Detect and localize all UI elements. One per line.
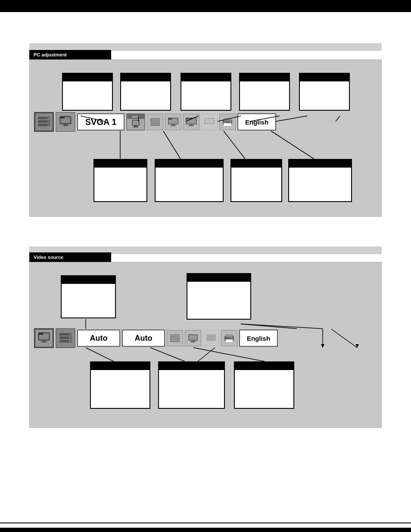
tooltip-1-9 [288,159,352,202]
tooltip-1-6 [93,159,147,202]
svg-rect-14 [133,127,138,128]
svg-line-46 [163,131,181,159]
svg-rect-23 [171,125,176,126]
svg-rect-9 [62,125,68,126]
svg-rect-71 [226,334,233,337]
svg-rect-27 [190,124,193,125]
bottom-bar [0,528,411,532]
svg-point-59 [69,341,71,342]
svg-rect-36 [224,121,226,123]
small-icon-2[interactable] [165,114,181,130]
tooltip-2-1 [61,275,116,318]
svg-line-77 [86,348,114,361]
svg-rect-63 [171,338,179,339]
small-icon-3[interactable] [183,114,199,130]
section2-label: Video source [29,252,111,262]
section1-label: PC adjustment [29,50,111,59]
svg-rect-61 [171,335,179,336]
small-icon-4-faded [201,114,218,130]
svga-label-box: SVGA 1 [77,113,125,131]
svg-line-78 [150,348,185,361]
svg-point-58 [69,337,71,339]
svg-line-48 [271,131,314,159]
small-icon-printer[interactable] [219,114,236,130]
svg-rect-28 [189,125,194,126]
svg-line-79 [193,348,265,361]
svg-rect-8 [64,124,67,125]
svg-rect-10 [60,117,65,118]
tooltip-1-4 [239,73,290,111]
svg-rect-67 [191,341,195,342]
svg-rect-68 [190,342,196,342]
svg-rect-35 [224,123,231,126]
svg-line-80 [198,348,215,361]
svg-rect-17 [151,120,159,121]
svg-rect-69 [206,334,216,341]
svg-rect-64 [171,340,179,341]
english-button-1[interactable]: English [237,113,276,131]
tooltip-1-1 [62,73,113,111]
tooltip-1-2 [120,73,171,111]
svg-point-4 [48,121,49,122]
svg-rect-53 [39,333,43,335]
server-icon-button[interactable] [34,112,54,132]
auto-badge-button[interactable]: Auto [126,113,145,131]
section2-small-icon-faded [203,330,219,346]
svg-line-47 [224,131,245,159]
section2-small-icon-1[interactable] [167,330,183,346]
svg-rect-24 [168,118,172,120]
svg-rect-22 [171,124,175,125]
svg-point-73 [231,337,233,339]
svg-rect-18 [151,122,159,123]
section1-toolbar: SVGA 1 Auto [34,111,377,133]
svg-rect-34 [224,118,231,121]
bottom-line [0,523,411,523]
small-icon-1[interactable] [147,114,163,130]
section2-monitor-icon[interactable] [34,328,54,348]
section2-server-icon[interactable] [56,328,75,348]
svg-point-57 [69,334,71,335]
svg-rect-52 [41,342,47,342]
tooltip-2-3 [90,361,150,409]
svg-rect-62 [171,336,179,338]
tooltip-2-5 [234,361,294,409]
section2-toolbar: Auto Auto [34,327,377,349]
section2-auto1-box: Auto [77,330,120,347]
svg-rect-30 [190,118,192,119]
english-button-2[interactable]: English [239,330,278,347]
svg-rect-72 [226,339,233,342]
section2-auto2-box: Auto [122,330,165,347]
section1-diagram: SVGA 1 Auto [29,59,382,217]
svg-rect-13 [134,126,137,127]
top-bar [0,0,411,12]
tooltip-1-3 [181,73,231,111]
svg-point-37 [230,121,231,123]
section2-diagram: Auto Auto [29,262,382,428]
tooltip-1-5 [299,73,350,111]
tooltip-1-8 [230,159,282,202]
svg-point-3 [48,118,49,119]
svg-rect-12 [133,121,139,125]
svg-rect-66 [189,335,197,340]
svg-rect-32 [205,119,214,123]
tooltip-2-2 [187,273,251,320]
monitor-icon-button[interactable] [56,112,75,132]
svg-rect-29 [186,118,189,119]
tooltip-1-7 [155,159,224,202]
svg-point-5 [48,124,49,126]
section2-printer-icon[interactable] [221,330,237,346]
tooltip-2-4 [158,361,225,409]
section2-small-icon-2[interactable] [185,330,201,346]
svg-rect-16 [151,118,159,120]
svg-rect-51 [42,340,46,342]
svg-rect-19 [151,124,159,125]
